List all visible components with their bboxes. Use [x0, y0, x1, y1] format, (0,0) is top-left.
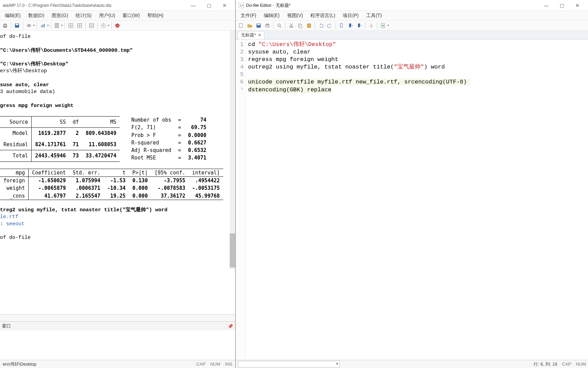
results-line: "C:\Users\伟轩\Desktop"	[0, 61, 229, 68]
menu-user[interactable]: 用户(U)	[96, 12, 118, 20]
maximize-button[interactable]: ▢	[201, 0, 217, 11]
svg-point-34	[290, 26, 291, 28]
menu-view[interactable]: 视图(V)	[284, 12, 307, 20]
svg-point-40	[370, 25, 372, 27]
redo-icon[interactable]	[326, 22, 333, 29]
svg-rect-30	[266, 25, 269, 27]
status-combo[interactable]	[238, 361, 340, 368]
link-rtf[interactable]: le.rtf	[0, 214, 18, 220]
menu-window[interactable]: 窗口(W)	[119, 12, 143, 20]
statusbar-right: 行: 6, 列: 18 CAP NUM	[236, 360, 588, 368]
results-line: ers\伟轩\Desktop	[0, 68, 229, 75]
undo-icon[interactable]	[317, 22, 325, 29]
svg-rect-29	[257, 24, 260, 25]
toolbar-right: ▾	[236, 20, 588, 31]
download-icon[interactable]	[100, 22, 107, 29]
close-button[interactable]: ✕	[217, 0, 232, 11]
command-panel-header: 窗口 📌	[0, 322, 235, 331]
svg-rect-27	[239, 24, 242, 28]
do-icon[interactable]	[53, 22, 61, 29]
menu-help[interactable]: 帮助(H)	[144, 12, 167, 20]
goto-icon[interactable]	[368, 22, 375, 29]
tab-untitled[interactable]: 无标题* ✕	[238, 31, 264, 39]
svg-point-35	[292, 26, 293, 28]
code-body[interactable]: cd "C:\Users\伟轩\Desktop" sysuse auto, cl…	[246, 40, 588, 360]
menu-tools[interactable]: 工具(T)	[363, 12, 385, 20]
bookmark-next-icon[interactable]	[356, 22, 363, 29]
menubar-right: 文件(F) 编辑(E) 视图(V) 程序语言(L) 项目(P) 工具(T)	[236, 11, 588, 20]
maximize-button[interactable]: ▢	[554, 0, 570, 11]
results-pane[interactable]: of do-file "C:\Users\伟轩\Documents\STD446…	[0, 31, 235, 314]
grid3-icon[interactable]	[88, 22, 95, 29]
results-line: gress mpg foreign weight	[0, 103, 229, 109]
results-line: of do-file	[0, 33, 229, 40]
paste-icon[interactable]	[305, 22, 313, 29]
svg-rect-38	[307, 24, 311, 28]
command-panel-title: 窗口	[2, 323, 11, 329]
tabstrip: 无标题* ✕	[236, 31, 588, 40]
menu-stats[interactable]: 统计(S)	[72, 12, 95, 20]
code-editor[interactable]: 123456↳ cd "C:\Users\伟轩\Desktop" sysuse …	[236, 40, 588, 360]
status-ins: INS	[225, 362, 232, 367]
svg-line-33	[280, 26, 281, 28]
menu-file[interactable]: 文件(F)	[237, 12, 260, 20]
pane-separator[interactable]	[0, 314, 235, 322]
search-icon[interactable]	[276, 22, 283, 29]
status-path: ers\伟轩\Desktop	[3, 361, 36, 367]
window-title: Do-file Editor - 无标题*	[246, 2, 538, 9]
chart-icon[interactable]	[39, 22, 47, 29]
svg-rect-9	[44, 24, 45, 27]
print-icon[interactable]	[264, 22, 271, 29]
svg-point-32	[278, 24, 280, 27]
copy-icon[interactable]	[296, 22, 304, 29]
menu-lang[interactable]: 程序语言(L)	[307, 12, 339, 20]
close-button[interactable]: ✕	[570, 0, 585, 11]
results-line: suse auto, clear	[0, 82, 229, 89]
new-icon[interactable]	[237, 22, 245, 29]
coef-table: mpg Coefficient Std. err. t P>|t| [95% c…	[0, 169, 223, 200]
svg-rect-4	[16, 24, 18, 25]
window-title: ata/MP 17.0 - C:\Program Files\Stata17\a…	[3, 3, 185, 8]
run-icon[interactable]	[379, 22, 387, 29]
open-icon[interactable]	[246, 22, 254, 29]
save-icon[interactable]	[255, 22, 262, 29]
statusbar-left: ers\伟轩\Desktop CAP NUM INS	[0, 360, 235, 368]
print-icon[interactable]	[1, 22, 9, 29]
bookmark-prev-icon[interactable]	[347, 22, 354, 29]
svg-rect-8	[43, 25, 43, 27]
menu-data[interactable]: 数据(D)	[25, 12, 48, 20]
command-input[interactable]	[0, 331, 235, 360]
svg-point-6	[28, 25, 30, 26]
grid1-icon[interactable]	[67, 22, 75, 29]
status-num: NUM	[576, 362, 586, 367]
bookmark-icon[interactable]	[338, 22, 345, 29]
status-cap: CAP	[562, 362, 571, 367]
results-line: "C:\Users\伟轩\Documents\STD4464_000000.tm…	[0, 47, 229, 54]
pin-icon[interactable]: 📌	[228, 324, 233, 329]
svg-rect-31	[266, 24, 268, 25]
minimize-button[interactable]: —	[185, 0, 201, 11]
dofile-editor-window: ▭ Do-file Editor - 无标题* — ▢ ✕ 文件(F) 编辑(E…	[236, 0, 588, 368]
app-icon: ▭	[239, 3, 244, 8]
close-icon[interactable]: ✕	[258, 33, 261, 37]
menu-graph[interactable]: 图形(G)	[48, 12, 71, 20]
scrollbar-thumb[interactable]	[230, 233, 235, 267]
cut-icon[interactable]	[288, 22, 295, 29]
anova-table: SourceSSdfMS Model1619.28772809.643849 R…	[0, 116, 120, 162]
link-seeout[interactable]: seeout	[6, 221, 24, 227]
minimize-button[interactable]: —	[538, 0, 554, 11]
svg-rect-7	[41, 26, 42, 27]
status-num: NUM	[210, 362, 220, 367]
grid2-icon[interactable]	[76, 22, 83, 29]
status-cap: CAP	[196, 362, 206, 367]
toolbar-left: ▾ ▾ ▾ ▾	[0, 20, 235, 31]
tab-label: 无标题*	[241, 32, 256, 38]
save-icon[interactable]	[13, 22, 21, 29]
svg-rect-1	[4, 24, 6, 25]
menu-edit[interactable]: 编辑(E)	[1, 12, 24, 20]
status-position: 行: 6, 列: 18	[534, 361, 557, 367]
menu-edit[interactable]: 编辑(E)	[260, 12, 283, 20]
menu-project[interactable]: 项目(P)	[339, 12, 362, 20]
stop-icon[interactable]	[114, 22, 121, 29]
eye-icon[interactable]	[25, 22, 33, 29]
